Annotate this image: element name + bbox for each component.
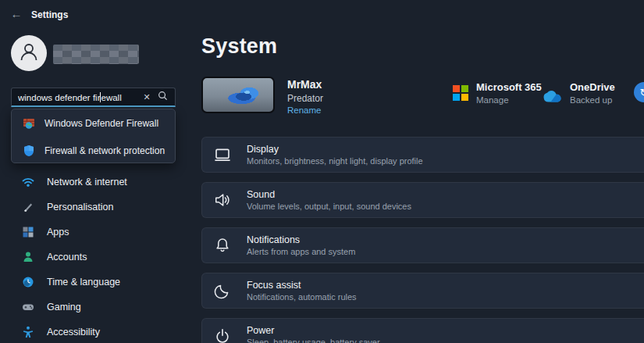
settings-row-title: Display: [247, 144, 423, 155]
person-icon: [22, 251, 34, 263]
sidebar-item-apps[interactable]: Apps: [0, 220, 187, 245]
suggestion-label: Firewall & network protection: [44, 145, 165, 156]
settings-row-sound[interactable]: Sound Volume levels, output, input, soun…: [201, 182, 644, 218]
window-title: Settings: [31, 9, 68, 20]
device-model: Predator: [287, 93, 323, 104]
suggestion-windows-defender-firewall[interactable]: Windows Defender Firewall: [12, 109, 175, 137]
settings-row-notifications[interactable]: Notifications Alerts from apps and syste…: [201, 227, 644, 263]
power-icon: [214, 327, 231, 343]
sidebar-item-accessibility[interactable]: Accessibility: [0, 320, 187, 343]
settings-row-focus-assist[interactable]: Focus assist Notifications, automatic ru…: [201, 273, 644, 309]
search-icon[interactable]: [155, 90, 170, 104]
sidebar-item-accounts[interactable]: Accounts: [0, 245, 187, 270]
sidebar-item-network-internet[interactable]: Network & internet: [0, 170, 187, 195]
suggestion-firewall-network-protection[interactable]: Firewall & network protection: [12, 137, 175, 164]
user-avatar[interactable]: [11, 35, 47, 71]
sidebar-item-label: Network & internet: [47, 177, 127, 188]
user-name-redacted: [53, 45, 139, 64]
person-avatar-icon: [17, 40, 41, 66]
microsoft365-label: Microsoft 365: [476, 81, 542, 93]
settings-row-title: Notifications: [247, 234, 355, 245]
paintbrush-icon: [22, 201, 34, 213]
apps-grid-icon: [22, 226, 34, 238]
microsoft365-manage-link[interactable]: Manage: [476, 95, 509, 105]
accessibility-person-icon: [22, 326, 34, 338]
settings-row-title: Power: [247, 325, 380, 336]
sidebar-item-label: Personalisation: [47, 202, 113, 213]
sidebar-item-personalisation[interactable]: Personalisation: [0, 195, 187, 220]
sidebar-item-time-language[interactable]: Time & language: [0, 270, 187, 295]
sidebar-item-gaming[interactable]: Gaming: [0, 295, 187, 320]
windows-update-icon[interactable]: ↻: [634, 82, 644, 102]
sidebar-item-label: Accessibility: [47, 327, 100, 338]
clear-search-icon[interactable]: ✕: [139, 92, 155, 102]
settings-row-subtitle: Notifications, automatic rules: [247, 292, 357, 302]
rename-link[interactable]: Rename: [287, 105, 321, 115]
settings-row-subtitle: Volume levels, output, input, sound devi…: [247, 202, 411, 211]
page-title: System: [201, 34, 277, 59]
settings-row-subtitle: Alerts from apps and system: [247, 247, 355, 256]
search-input-text: windows defender firewall: [18, 92, 139, 102]
search-input[interactable]: windows defender firewall ✕: [11, 88, 176, 107]
device-wallpaper-thumbnail: [201, 77, 275, 113]
device-name: MrMax: [287, 78, 322, 91]
settings-row-title: Sound: [247, 189, 411, 200]
settings-row-display[interactable]: Display Monitors, brightness, night ligh…: [201, 137, 644, 173]
bell-icon: [214, 237, 231, 254]
display-icon: [214, 146, 231, 163]
clock-globe-icon: [22, 276, 34, 288]
onedrive-status-link[interactable]: Backed up: [570, 95, 612, 105]
onedrive-cloud-icon: [542, 88, 565, 102]
suggestion-label: Windows Defender Firewall: [44, 118, 158, 129]
sidebar-item-label: Time & language: [47, 277, 120, 288]
controller-icon: [22, 301, 34, 313]
back-button[interactable]: ←: [8, 7, 25, 21]
sidebar-item-label: Gaming: [47, 302, 81, 313]
settings-row-power[interactable]: Power Sleep, battery usage, battery save…: [201, 318, 644, 343]
microsoft-logo: [453, 85, 468, 101]
settings-row-subtitle: Sleep, battery usage, battery saver: [247, 338, 380, 343]
onedrive-label: OneDrive: [570, 81, 615, 93]
moon-icon: [214, 282, 231, 299]
security-shield-icon: [23, 145, 35, 157]
sidebar-item-label: Apps: [47, 227, 69, 238]
wifi-icon: [22, 176, 34, 188]
search-suggestions-panel: Windows Defender Firewall Firewall & net…: [11, 109, 176, 163]
firewall-brick-icon: [23, 117, 35, 130]
speaker-icon: [214, 191, 231, 209]
settings-row-subtitle: Monitors, brightness, night light, displ…: [247, 156, 423, 166]
settings-row-title: Focus assist: [247, 280, 357, 291]
sidebar-nav: Network & internet Personalisation Apps …: [0, 170, 187, 343]
sidebar-item-label: Accounts: [47, 252, 87, 263]
